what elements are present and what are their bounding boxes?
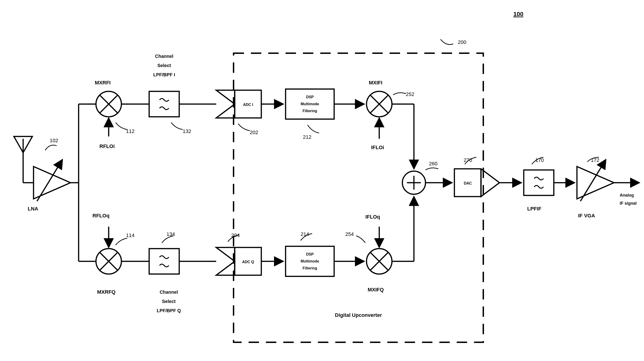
lpfif-filter — [524, 170, 554, 196]
csi-label3: LPF/BPF I — [153, 72, 175, 77]
svg-rect-45 — [524, 170, 554, 196]
dspi-ref: 212 — [303, 134, 312, 140]
dac-label: DAC — [464, 181, 472, 185]
dspi-l2: Multimode — [300, 102, 319, 106]
csi-label2: Select — [158, 63, 171, 68]
lna-label: LNA — [28, 206, 38, 212]
csq-ref: 134 — [166, 231, 175, 237]
output-l2: IF signal — [620, 201, 636, 206]
lpfif-ref: 170 — [535, 157, 544, 163]
mxifi-label: MXIFI — [369, 80, 382, 86]
dspq-l2: Multimode — [300, 259, 319, 263]
ifloq-label: IFLOq — [365, 214, 380, 220]
digital-upconverter-boundary — [234, 53, 483, 342]
lna-amplifier — [34, 160, 70, 201]
adci-label: ADC I — [243, 103, 253, 106]
rfloq-label: RFLOq — [92, 213, 110, 218]
dspi-l3: Filtering — [302, 109, 317, 113]
svg-line-47 — [580, 160, 606, 201]
antenna-icon — [14, 136, 32, 183]
channel-select-filter-q — [149, 248, 179, 274]
mixer-mxifq — [366, 248, 392, 274]
svg-line-2 — [37, 160, 62, 201]
if-vga-amplifier — [577, 160, 614, 201]
adc-i — [216, 90, 261, 118]
vga-ref: 172 — [591, 157, 599, 163]
mixer-mxifi — [366, 91, 392, 117]
section-title: Digital Upconverter — [335, 312, 382, 318]
lpfif-label: LPFIF — [527, 206, 541, 212]
csq-label3: LPF/BPF Q — [157, 308, 181, 313]
ifloi-label: IFLOi — [371, 144, 384, 150]
dspq-l1: DSP — [306, 252, 314, 256]
dspi-l1: DSP — [306, 95, 314, 99]
adci-ref: 202 — [250, 130, 258, 135]
vga-label: IF VGA — [578, 213, 595, 218]
mxifq-label: MXIFQ — [368, 287, 384, 292]
svg-rect-28 — [149, 248, 179, 274]
svg-rect-11 — [149, 91, 179, 117]
mixer-mxrfi — [96, 91, 122, 117]
csi-label1: Channel — [155, 54, 174, 59]
mxrfq-label: MXRFQ — [97, 289, 116, 295]
mixer-mxrfq — [96, 248, 122, 274]
summer — [402, 171, 426, 194]
dspq-l3: Filtering — [302, 266, 317, 270]
mxrfq-ref: 114 — [126, 232, 134, 238]
mxrfi-ref: 112 — [126, 128, 134, 134]
output-l1: Analog — [620, 193, 634, 198]
rfloi-label: RFLOi — [100, 144, 115, 149]
csi-ref: 132 — [183, 128, 191, 134]
dac — [454, 169, 500, 196]
channel-select-filter-i — [149, 91, 179, 117]
mxifi-ref: 252 — [406, 91, 414, 97]
adcq-ref: 204 — [231, 232, 240, 238]
lna-ref: 102 — [50, 138, 58, 144]
dashed-ref: 200 — [458, 39, 466, 45]
csq-label2: Select — [162, 299, 176, 304]
mxifq-ref: 254 — [345, 231, 354, 237]
dac-ref: 270 — [464, 157, 472, 163]
adcq-label: ADC Q — [242, 260, 254, 264]
adc-q — [216, 248, 261, 275]
summer-ref: 260 — [429, 161, 438, 166]
dspq-ref: 214 — [300, 231, 309, 237]
figure-ref: 100 — [513, 11, 523, 18]
mxrfi-label: MXRFI — [95, 80, 110, 86]
csq-label1: Channel — [160, 290, 178, 295]
block-diagram: 100 200 Digital Upconverter LNA 102 MXRF… — [0, 0, 644, 361]
